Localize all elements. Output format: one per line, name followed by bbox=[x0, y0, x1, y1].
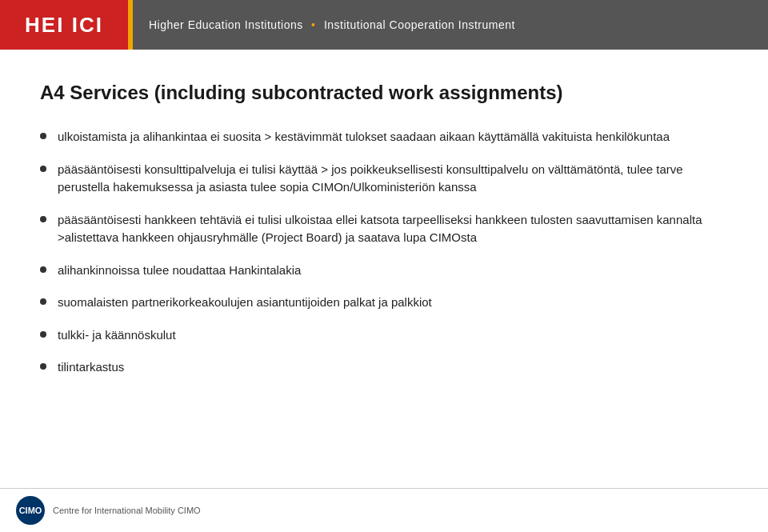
bullet-dot bbox=[40, 266, 46, 273]
page-title: A4 Services (including subcontracted wor… bbox=[40, 82, 728, 104]
header-title-dot: • bbox=[311, 18, 315, 31]
bullet-list: ulkoistamista ja alihankintaa ei suosita… bbox=[40, 128, 728, 377]
footer-logo-area: CIMO Centre for International Mobility C… bbox=[16, 496, 201, 525]
header-title-part1: Higher Education Institutions bbox=[149, 18, 303, 31]
bullet-dot bbox=[40, 298, 46, 305]
list-item: tilintarkastus bbox=[40, 358, 728, 377]
header-title-block: Higher Education Institutions • Institut… bbox=[133, 0, 768, 50]
bullet-dot bbox=[40, 331, 46, 338]
footer-logo-text: CIMO bbox=[19, 506, 42, 515]
bullet-text: pääsääntöisesti konsulttipalveluja ei tu… bbox=[58, 161, 728, 197]
list-item: suomalaisten partnerikorkeakoulujen asia… bbox=[40, 294, 728, 312]
list-item: tulkki- ja käännöskulut bbox=[40, 326, 728, 345]
bullet-text: tilintarkastus bbox=[58, 358, 728, 377]
list-item: pääsääntöisesti hankkeen tehtäviä ei tul… bbox=[40, 211, 728, 247]
header-title-part2: Institutional Cooperation Instrument bbox=[324, 18, 515, 31]
list-item: pääsääntöisesti konsulttipalveluja ei tu… bbox=[40, 161, 728, 197]
footer: CIMO Centre for International Mobility C… bbox=[0, 488, 768, 532]
bullet-dot bbox=[40, 166, 46, 172]
bullet-text: suomalaisten partnerikorkeakoulujen asia… bbox=[58, 294, 728, 312]
header-logo: HEI ICI bbox=[25, 13, 103, 38]
bullet-text: ulkoistamista ja alihankintaa ei suosita… bbox=[58, 128, 728, 146]
bullet-text: tulkki- ja käännöskulut bbox=[58, 326, 728, 345]
header-logo-block: HEI ICI bbox=[0, 0, 128, 50]
bullet-dot bbox=[40, 363, 46, 370]
header-title: Higher Education Institutions • Institut… bbox=[149, 18, 515, 31]
footer-logo-circle: CIMO bbox=[16, 496, 45, 525]
bullet-text: alihankinnoissa tulee noudattaa Hankinta… bbox=[58, 262, 728, 280]
footer-description: Centre for International Mobility CIMO bbox=[53, 506, 201, 515]
list-item: alihankinnoissa tulee noudattaa Hankinta… bbox=[40, 262, 728, 280]
bullet-dot bbox=[40, 216, 46, 222]
bullet-dot bbox=[40, 133, 46, 139]
main-content: A4 Services (including subcontracted wor… bbox=[0, 50, 768, 407]
list-item: ulkoistamista ja alihankintaa ei suosita… bbox=[40, 128, 728, 146]
bullet-text: pääsääntöisesti hankkeen tehtäviä ei tul… bbox=[58, 211, 728, 247]
header: HEI ICI Higher Education Institutions • … bbox=[0, 0, 768, 50]
